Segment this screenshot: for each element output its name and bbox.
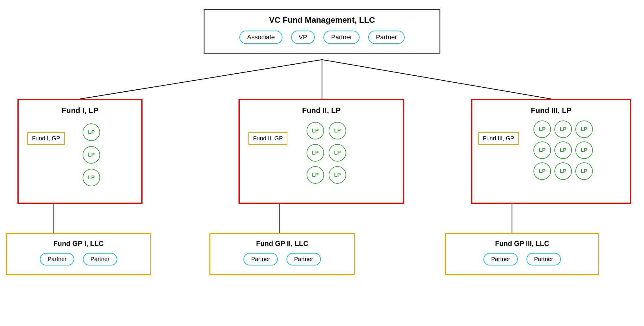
svg-line-0: [80, 60, 322, 99]
lp-circle: LP: [307, 122, 324, 139]
gp-ii-partner-1: Partner: [243, 253, 278, 265]
lp-circle: LP: [575, 121, 593, 138]
lp-circle: LP: [329, 144, 346, 162]
lp-circle: LP: [83, 169, 100, 186]
fund-i-box: Fund I, LP Fund I, GP LP LP LP: [17, 99, 143, 204]
fund-gp-iii-box: Fund GP III, LLC Partner Partner: [445, 233, 599, 275]
role-partner-2: Partner: [368, 31, 404, 44]
lp-circle: LP: [554, 121, 572, 138]
lp-circle: LP: [575, 162, 593, 180]
role-vp: VP: [291, 31, 315, 44]
lp-circle: LP: [575, 141, 593, 159]
fund-iii-lp-group: LP LP LP LP LP LP LP LP LP: [533, 121, 593, 180]
fund-iii-title: Fund III, LP: [478, 106, 624, 115]
fund-gp-iii-roles: Partner Partner: [455, 253, 590, 265]
gp-ii-partner-2: Partner: [287, 253, 321, 265]
lp-circle: LP: [554, 162, 572, 180]
fund-ii-title: Fund II, LP: [245, 106, 397, 115]
gp-i-partner-1: Partner: [40, 253, 74, 265]
fund-gp-iii-title: Fund GP III, LLC: [455, 240, 590, 248]
fund-i-gp-inner: Fund I, GP: [27, 132, 65, 145]
fund-gp-i-roles: Partner Partner: [15, 253, 142, 265]
top-box-title: VC Fund Management, LLC: [213, 15, 431, 25]
lp-circle: LP: [83, 146, 100, 164]
lp-circle: LP: [83, 123, 100, 141]
fund-ii-gp-inner: Fund II, GP: [248, 132, 287, 145]
lp-circle: LP: [554, 141, 572, 159]
top-box-roles: Associate VP Partner Partner: [213, 31, 431, 44]
gp-i-partner-2: Partner: [83, 253, 117, 265]
lp-circle: LP: [533, 162, 551, 180]
fund-gp-i-box: Fund GP I, LLC Partner Partner: [6, 233, 151, 275]
lp-circle: LP: [329, 122, 346, 139]
fund-gp-i-title: Fund GP I, LLC: [15, 240, 142, 248]
fund-iii-box: Fund III, LP Fund III, GP LP LP LP LP LP…: [471, 99, 631, 204]
gp-iii-partner-2: Partner: [526, 253, 561, 265]
lp-circle: LP: [329, 166, 346, 184]
svg-line-2: [322, 60, 551, 99]
lp-circle: LP: [533, 141, 551, 159]
fund-gp-ii-box: Fund GP II, LLC Partner Partner: [209, 233, 355, 275]
lp-circle: LP: [533, 121, 551, 138]
fund-ii-box: Fund II, LP Fund II, GP LP LP LP LP LP L…: [239, 99, 404, 204]
fund-gp-ii-roles: Partner Partner: [219, 253, 345, 265]
diagram-container: VC Fund Management, LLC Associate VP Par…: [0, 0, 644, 326]
lp-circle: LP: [307, 144, 324, 162]
gp-iii-partner-1: Partner: [483, 253, 518, 265]
fund-gp-ii-title: Fund GP II, LLC: [219, 240, 345, 248]
fund-ii-lp-group: LP LP LP LP LP LP: [307, 122, 346, 184]
top-box: VC Fund Management, LLC Associate VP Par…: [204, 9, 440, 54]
lp-circle: LP: [307, 166, 324, 184]
fund-i-lp-group: LP LP LP: [83, 123, 100, 186]
fund-i-title: Fund I, LP: [24, 106, 136, 115]
role-partner-1: Partner: [323, 31, 360, 44]
role-associate: Associate: [239, 31, 282, 44]
fund-iii-gp-inner: Fund III, GP: [478, 132, 519, 145]
